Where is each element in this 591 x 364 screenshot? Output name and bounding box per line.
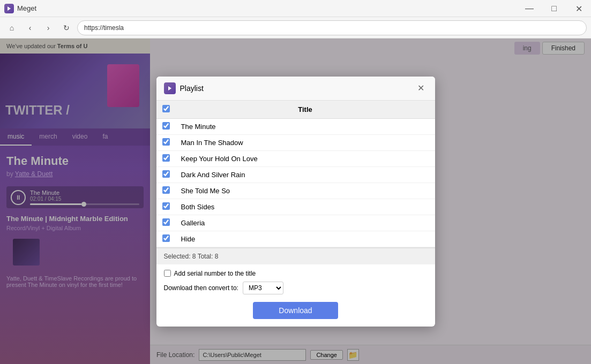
- row-title-8: Hide: [176, 231, 435, 247]
- row-title-4: Dark And Silver Rain: [176, 166, 435, 183]
- playlist-table: Title The Minute Man In The Shadow Keep …: [156, 101, 435, 247]
- table-row: Galleria: [156, 215, 435, 231]
- playlist-table-container: Title The Minute Man In The Shadow Keep …: [156, 101, 435, 248]
- row-checkbox-1[interactable]: [162, 122, 170, 130]
- forward-button[interactable]: ›: [41, 20, 56, 35]
- dialog-options: Add serial number to the title Download …: [156, 264, 435, 298]
- row-checkbox-2[interactable]: [162, 138, 170, 146]
- table-row: Man In The Shadow: [156, 134, 435, 150]
- playlist-dialog: Playlist ✕ Title: [156, 77, 435, 327]
- row-checkbox-cell: [156, 118, 176, 134]
- nav-bar: ⌂ ‹ › ↻: [0, 17, 591, 39]
- dialog-icon: [164, 82, 176, 94]
- row-title-1: The Minute: [176, 118, 435, 134]
- row-checkbox-cell: [156, 166, 176, 183]
- select-all-checkbox[interactable]: [162, 105, 170, 112]
- refresh-button[interactable]: ↻: [59, 20, 74, 35]
- dialog-title: Playlist: [180, 84, 415, 93]
- status-bar: Selected: 8 Total: 8: [156, 248, 435, 264]
- row-checkbox-6[interactable]: [162, 202, 170, 210]
- table-row: Keep Your Hold On Love: [156, 150, 435, 166]
- table-row: Both Sides: [156, 199, 435, 215]
- row-title-2: Man In The Shadow: [176, 134, 435, 150]
- header-checkbox-cell: [156, 101, 176, 119]
- home-button[interactable]: ⌂: [4, 20, 19, 35]
- title-bar: Meget — □ ✕: [0, 0, 591, 17]
- app-icon: [4, 4, 14, 13]
- serial-number-checkbox[interactable]: [164, 270, 171, 277]
- svg-marker-0: [8, 6, 11, 11]
- convert-row: Download then convert to: MP3MP4WAVAACFL…: [164, 282, 428, 294]
- window-controls: — □ ✕: [517, 0, 591, 17]
- download-button[interactable]: Download: [253, 302, 338, 319]
- dialog-footer: Download: [156, 298, 435, 327]
- main-area: We've updated our Terms of U TWITTER / m…: [0, 39, 591, 364]
- row-title-3: Keep Your Hold On Love: [176, 150, 435, 166]
- row-checkbox-cell: [156, 231, 176, 247]
- address-input[interactable]: [77, 20, 587, 35]
- maximize-button[interactable]: □: [542, 0, 566, 17]
- app-title: Meget: [17, 4, 36, 12]
- row-checkbox-3[interactable]: [162, 154, 170, 162]
- table-row: The Minute: [156, 118, 435, 134]
- table-row: Hide: [156, 231, 435, 247]
- dialog-header: Playlist ✕: [156, 77, 435, 101]
- dialog-close-button[interactable]: ✕: [415, 82, 428, 95]
- row-checkbox-7[interactable]: [162, 218, 170, 226]
- row-title-5: She Told Me So: [176, 183, 435, 199]
- convert-label: Download then convert to:: [164, 284, 238, 292]
- minimize-button[interactable]: —: [517, 0, 542, 17]
- table-row: She Told Me So: [156, 183, 435, 199]
- row-checkbox-cell: [156, 150, 176, 166]
- serial-number-row: Add serial number to the title: [164, 270, 428, 277]
- row-checkbox-8[interactable]: [162, 234, 170, 242]
- svg-marker-2: [168, 86, 171, 90]
- row-checkbox-4[interactable]: [162, 170, 170, 178]
- row-title-7: Galleria: [176, 215, 435, 231]
- row-title-6: Both Sides: [176, 199, 435, 215]
- status-text: Selected: 8 Total: 8: [164, 253, 219, 260]
- convert-select[interactable]: MP3MP4WAVAACFLACOriginal: [243, 282, 283, 294]
- close-button[interactable]: ✕: [566, 0, 591, 17]
- row-checkbox-cell: [156, 183, 176, 199]
- row-checkbox-cell: [156, 199, 176, 215]
- row-checkbox-cell: [156, 215, 176, 231]
- back-button[interactable]: ‹: [23, 20, 38, 35]
- row-checkbox-cell: [156, 134, 176, 150]
- serial-number-label: Add serial number to the title: [174, 270, 256, 277]
- modal-overlay: Playlist ✕ Title: [0, 39, 591, 364]
- table-row: Dark And Silver Rain: [156, 166, 435, 183]
- row-checkbox-5[interactable]: [162, 186, 170, 194]
- title-column-header: Title: [176, 101, 435, 119]
